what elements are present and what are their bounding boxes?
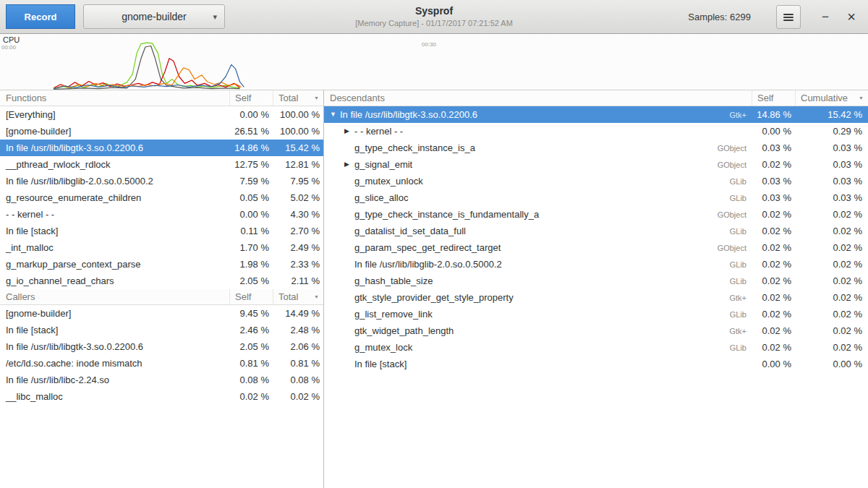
close-button[interactable]: × xyxy=(841,5,862,29)
table-row[interactable]: g_markup_parse_context_parse 1.98 % 2.33… xyxy=(0,256,323,273)
table-row[interactable]: In file /usr/lib/libgtk-3.so.0.2200.6 2.… xyxy=(0,338,323,355)
callers-total-column-header[interactable]: Total ▼ xyxy=(273,289,323,304)
function-name: In file /usr/lib/libgtk-3.so.0.2200.6 xyxy=(0,142,230,153)
table-row[interactable]: In file [stack] 0.00 % 0.00 % xyxy=(324,356,868,372)
descendants-cumulative-column-header[interactable]: Cumulative ▼ xyxy=(796,90,868,106)
right-pane-empty-area xyxy=(324,372,868,488)
callers-self-column-header[interactable]: Self xyxy=(230,289,273,304)
hamburger-menu-icon xyxy=(783,14,793,21)
descendants-self-column-header[interactable]: Self xyxy=(752,90,796,106)
functions-table-header: Functions Self Total ▼ xyxy=(0,90,323,106)
table-row[interactable]: [Everything] 0.00 % 100.00 % xyxy=(0,106,323,123)
minimize-button[interactable]: − xyxy=(814,5,836,29)
cpu-usage-graph[interactable]: CPU 00:00 00:30 xyxy=(0,34,868,90)
descendant-name-cell: In file [stack] xyxy=(324,359,752,369)
table-row[interactable]: g_io_channel_read_chars 2.05 % 2.11 % xyxy=(0,273,323,289)
descendant-name: In file /usr/lib/libglib-2.0.so.0.5000.2 xyxy=(354,259,502,270)
table-row[interactable]: g_hash_table_size GLib 0.02 % 0.02 % xyxy=(324,273,868,289)
table-row[interactable]: [gnome-builder] 9.45 % 14.49 % xyxy=(0,305,323,322)
function-name: __pthread_rwlock_rdlock xyxy=(0,159,230,170)
caller-name: In file /usr/lib/libgtk-3.so.0.2200.6 xyxy=(0,341,230,352)
library-badge: Gtk+ xyxy=(729,327,752,335)
table-row[interactable]: g_type_check_instance_is_a GObject 0.03 … xyxy=(324,140,868,156)
menu-button[interactable] xyxy=(776,5,801,29)
self-percent: 0.03 % xyxy=(752,192,796,203)
table-row[interactable]: /etc/ld.so.cache: inode mismatch 0.81 % … xyxy=(0,355,323,372)
self-percent: 14.86 % xyxy=(230,142,273,153)
tree-expander-icon[interactable]: ▶ xyxy=(344,161,354,168)
descendants-column-header[interactable]: Descendants xyxy=(324,90,752,106)
process-selector-button[interactable]: gnome-builder ▾ xyxy=(83,4,225,29)
table-row[interactable]: - - kernel - - 0.00 % 4.30 % xyxy=(0,206,323,223)
table-row[interactable]: g_resource_enumerate_children 0.05 % 5.0… xyxy=(0,189,323,206)
function-name: In file [stack] xyxy=(0,226,230,236)
table-row[interactable]: g_datalist_id_set_data_full GLib 0.02 % … xyxy=(324,223,868,239)
cumulative-percent: 0.02 % xyxy=(796,309,868,320)
table-row[interactable]: ▶ g_signal_emit GObject 0.02 % 0.03 % xyxy=(324,156,868,173)
function-name: In file /usr/lib/libglib-2.0.so.0.5000.2 xyxy=(0,176,230,187)
tree-expander-icon[interactable]: ▼ xyxy=(330,111,340,118)
cumulative-percent: 15.42 % xyxy=(796,109,868,120)
total-percent: 2.33 % xyxy=(273,259,323,270)
table-row[interactable]: __libc_malloc 0.02 % 0.02 % xyxy=(0,388,323,405)
descendant-name: g_param_spec_get_redirect_target xyxy=(354,242,501,253)
main-content: Functions Self Total ▼ [Everything] 0.00… xyxy=(0,90,868,488)
callers-column-header[interactable]: Callers xyxy=(0,289,230,304)
functions-column-header[interactable]: Functions xyxy=(0,90,230,106)
tree-expander-icon[interactable]: ▶ xyxy=(344,128,354,134)
self-percent: 2.46 % xyxy=(230,325,273,335)
record-button[interactable]: Record xyxy=(6,4,75,29)
table-row[interactable]: g_mutex_unlock GLib 0.03 % 0.03 % xyxy=(324,173,868,189)
cumulative-percent: 0.03 % xyxy=(796,159,868,170)
table-row[interactable]: In file [stack] 0.11 % 2.70 % xyxy=(0,223,323,239)
table-row[interactable]: In file /usr/lib/libglib-2.0.so.0.5000.2… xyxy=(324,256,868,273)
descendant-name: In file /usr/lib/libgtk-3.so.0.2200.6 xyxy=(340,109,477,120)
total-percent: 15.42 % xyxy=(273,142,323,153)
table-row[interactable]: In file /usr/lib/libgtk-3.so.0.2200.6 14… xyxy=(0,140,323,156)
self-percent: 0.02 % xyxy=(752,325,796,336)
descendant-name: g_type_check_instance_is_a xyxy=(354,142,475,153)
self-percent: 0.02 % xyxy=(752,275,796,286)
caller-name: In file /usr/lib/libc-2.24.so xyxy=(0,374,230,385)
table-row[interactable]: In file /usr/lib/libc-2.24.so 0.08 % 0.0… xyxy=(0,372,323,388)
left-pane: Functions Self Total ▼ [Everything] 0.00… xyxy=(0,90,324,488)
self-percent: 0.02 % xyxy=(752,226,796,236)
table-row[interactable]: _int_malloc 1.70 % 2.49 % xyxy=(0,239,323,256)
table-row[interactable]: ▶ - - kernel - - 0.00 % 0.29 % xyxy=(324,123,868,140)
self-percent: 1.70 % xyxy=(230,242,273,253)
close-icon: × xyxy=(847,9,856,25)
descendant-name-cell: g_list_remove_link GLib xyxy=(324,309,752,320)
table-row[interactable]: g_mutex_lock GLib 0.02 % 0.02 % xyxy=(324,339,868,356)
table-row[interactable]: In file [stack] 2.46 % 2.48 % xyxy=(0,322,323,338)
self-percent: 0.00 % xyxy=(752,359,796,369)
functions-self-column-header[interactable]: Self xyxy=(230,90,273,106)
cumulative-percent: 0.03 % xyxy=(796,142,868,153)
sort-descending-icon: ▼ xyxy=(310,95,319,100)
table-row[interactable]: g_param_spec_get_redirect_target GObject… xyxy=(324,239,868,256)
descendant-name-cell: g_hash_table_size GLib xyxy=(324,275,752,286)
table-row[interactable]: g_slice_alloc GLib 0.03 % 0.03 % xyxy=(324,189,868,206)
table-row[interactable]: gtk_style_provider_get_style_property Gt… xyxy=(324,289,868,306)
table-row[interactable]: __pthread_rwlock_rdlock 12.75 % 12.81 % xyxy=(0,156,323,173)
self-percent: 0.02 % xyxy=(752,259,796,270)
cumulative-percent: 0.03 % xyxy=(796,192,868,203)
total-percent: 14.49 % xyxy=(273,308,323,319)
cumulative-percent: 0.02 % xyxy=(796,325,868,336)
sort-descending-icon: ▼ xyxy=(310,294,319,299)
table-row[interactable]: In file /usr/lib/libglib-2.0.so.0.5000.2… xyxy=(0,173,323,189)
descendant-name: In file [stack] xyxy=(354,359,407,369)
cumulative-percent: 0.02 % xyxy=(796,242,868,253)
cumulative-percent: 0.02 % xyxy=(796,342,868,353)
table-row[interactable]: g_type_check_instance_is_fundamentally_a… xyxy=(324,206,868,223)
cpu-graph-label: CPU xyxy=(3,35,20,44)
total-percent: 12.81 % xyxy=(273,159,323,170)
table-row[interactable]: g_list_remove_link GLib 0.02 % 0.02 % xyxy=(324,306,868,322)
total-percent: 2.11 % xyxy=(273,275,323,286)
table-row[interactable]: ▼ In file /usr/lib/libgtk-3.so.0.2200.6 … xyxy=(324,106,868,123)
table-row[interactable]: [gnome-builder] 26.51 % 100.00 % xyxy=(0,123,323,140)
functions-total-column-header[interactable]: Total ▼ xyxy=(273,90,323,106)
table-row[interactable]: gtk_widget_path_length Gtk+ 0.02 % 0.02 … xyxy=(324,322,868,339)
descendant-name-cell: g_param_spec_get_redirect_target GObject xyxy=(324,242,752,253)
self-percent: 0.11 % xyxy=(230,226,273,236)
library-badge: GObject xyxy=(718,144,752,153)
